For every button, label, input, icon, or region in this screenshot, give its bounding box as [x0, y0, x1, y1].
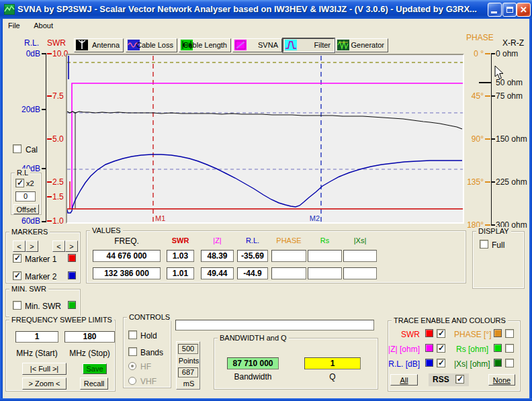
hf-label: HF [140, 362, 151, 371]
hold-checkbox[interactable] [128, 330, 137, 339]
points-label: Points [178, 357, 200, 365]
trace-swr-color-swatch[interactable] [425, 329, 433, 337]
menu-file[interactable]: File [3, 19, 26, 30]
x2-checkbox[interactable] [15, 179, 24, 187]
close-button[interactable]: ✕ [517, 3, 531, 17]
bandwidth-group-title: BANDWIDTH and Q [218, 334, 289, 342]
start-freq-input[interactable]: 1 [15, 331, 58, 343]
hf-radio[interactable] [128, 362, 136, 370]
marker2-color-swatch[interactable] [68, 271, 76, 279]
marker1-label: Marker 1 [25, 255, 56, 264]
offset-button-label: Offset [14, 206, 38, 214]
app-icon [4, 4, 15, 15]
hold-label: Hold [140, 331, 157, 341]
menu-bar: File About [3, 19, 529, 32]
full-span-button[interactable]: |< Full >| [22, 363, 66, 375]
trace-rl-color-swatch[interactable] [425, 359, 433, 367]
chart-plot-area[interactable]: M1 M2 [66, 54, 464, 224]
bandwidth-label: Bandwidth [227, 372, 279, 382]
left-axis-line [46, 54, 46, 222]
swr-tick-label: 1.0 [52, 216, 64, 226]
display-group: DISPLAY Full [472, 231, 525, 289]
full-display-checkbox[interactable] [480, 240, 488, 249]
save-button-label: Save [83, 365, 106, 373]
min-swr-color-swatch[interactable] [68, 301, 76, 309]
trace-z-checkbox[interactable] [437, 344, 445, 353]
ohm-tick [479, 82, 492, 83]
min-swr-group: MIN. SWR Min. SWR [5, 289, 81, 317]
phase-tick [485, 53, 490, 54]
minimize-button[interactable] [488, 3, 502, 17]
trace-phase-color-swatch[interactable] [494, 329, 502, 337]
marker2-xs-value [343, 267, 377, 279]
toolbar-button-label: SVNA [258, 41, 278, 49]
command-input[interactable] [175, 320, 374, 330]
trace-phase-checkbox[interactable] [505, 329, 514, 338]
bands-checkbox[interactable] [128, 347, 137, 356]
trace-rl-label: R.L. [dB] [388, 359, 420, 369]
maximize-button[interactable] [502, 3, 517, 17]
trace-rs-color-swatch[interactable] [494, 344, 502, 352]
cal-checkbox[interactable] [13, 144, 21, 153]
values-header-swr: SWR [167, 236, 194, 244]
menu-about[interactable]: About [28, 19, 58, 30]
marker2-checkbox[interactable] [13, 271, 21, 280]
db-tick [42, 168, 46, 169]
filter-icon [285, 40, 297, 50]
marker1-xs-value [343, 250, 377, 262]
marker1-right-button[interactable]: > [26, 240, 38, 252]
phase-tick [485, 181, 490, 183]
marker1-label: M1 [155, 214, 165, 222]
marker2-right-button[interactable]: > [65, 240, 78, 252]
trace-xs-color-swatch[interactable] [494, 359, 502, 367]
stop-freq-label: MHz (Stop) [64, 349, 115, 358]
xrz-axis-title: X-R-Z [502, 38, 524, 48]
cable-length-mode-button[interactable]: Cable Length [179, 38, 231, 52]
svna-mode-button[interactable]: SVNA [232, 38, 282, 52]
antenna-icon [76, 40, 88, 50]
antenna-mode-button[interactable]: Antenna [74, 38, 124, 52]
all-traces-button[interactable]: All [390, 374, 418, 386]
values-group: VALUES FREQ. SWR |Z| R.L. PHASE Rs |Xs| … [86, 230, 466, 283]
rss-checkbox[interactable] [455, 375, 464, 384]
zoom-span-button[interactable]: > Zoom < [22, 377, 66, 390]
db-tick [42, 109, 46, 110]
trace-z-color-swatch[interactable] [425, 344, 433, 352]
marker2-left-button[interactable]: < [52, 240, 65, 252]
no-traces-button[interactable]: None [488, 374, 515, 386]
generator-icon [337, 40, 349, 50]
marker1-color-swatch[interactable] [68, 254, 76, 262]
marker1-checkbox[interactable] [13, 254, 21, 263]
maximize-icon [506, 7, 513, 13]
points-value: 500 [178, 344, 198, 354]
ohm-tick-label: 75 ohm [496, 91, 523, 101]
full-span-button-label: |< Full >| [23, 365, 66, 373]
cable-loss-mode-button[interactable]: Cable Loss [126, 38, 177, 52]
ohm-tick [491, 138, 495, 140]
controls-group-title: CONTROLS [127, 313, 172, 321]
filter-mode-button[interactable]: Filter [283, 38, 335, 52]
return-loss-trace [67, 154, 462, 213]
trace-xs-checkbox[interactable] [505, 359, 514, 367]
controls-group: CONTROLS Hold Bands HF VHF [123, 317, 171, 388]
offset-input[interactable]: 0 [15, 191, 36, 202]
phase-tick [485, 95, 490, 97]
trace-rl-checkbox[interactable] [437, 359, 445, 367]
stop-freq-input[interactable]: 180 [64, 331, 115, 343]
trace-rs-checkbox[interactable] [505, 344, 514, 353]
min-swr-checkbox[interactable] [13, 301, 21, 310]
save-button[interactable]: Save [83, 363, 107, 374]
marker1-rs-value [308, 250, 342, 262]
db-tick-label: 0dB [13, 49, 40, 58]
vhf-radio[interactable] [128, 377, 136, 385]
offset-button[interactable]: Offset [13, 204, 39, 214]
trace-z-label: |Z| [ohm] [388, 345, 420, 354]
marker1-phase-value [271, 250, 306, 262]
generator-mode-button[interactable]: Generator [335, 38, 388, 52]
trace-swr-checkbox[interactable] [437, 329, 445, 338]
marker1-left-button[interactable]: < [13, 240, 26, 252]
bands-label: Bands [140, 348, 163, 357]
title-bar[interactable]: SVNA by SP3SWJ - Scalar Vector Network A… [0, 0, 532, 19]
recall-button[interactable]: Recall [80, 377, 108, 390]
values-group-title: VALUES [90, 226, 123, 234]
